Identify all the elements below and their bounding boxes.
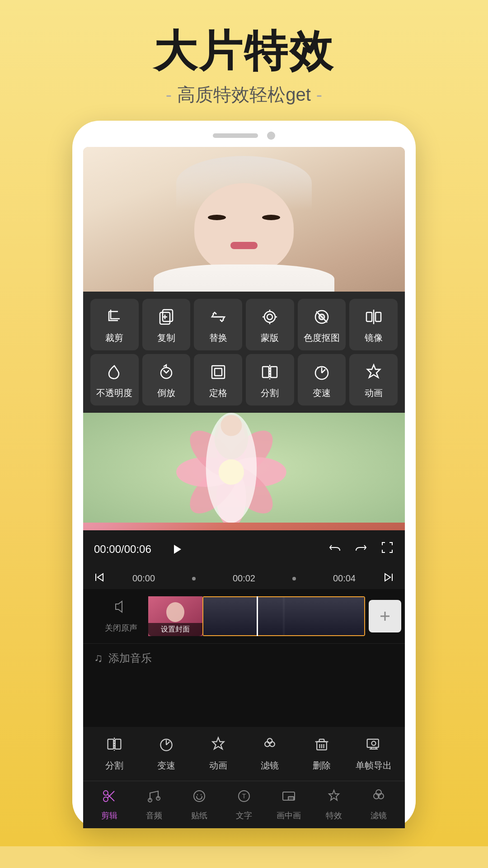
audio-off-icon bbox=[113, 599, 129, 619]
tool-blur[interactable]: 蒙版 bbox=[246, 299, 294, 350]
tool-split-label: 分割 bbox=[261, 387, 279, 399]
svg-point-4 bbox=[264, 311, 275, 322]
tool-copy-label: 复制 bbox=[157, 332, 175, 344]
tool-animate[interactable]: 动画 bbox=[349, 354, 398, 406]
svg-text:T: T bbox=[242, 793, 246, 800]
tool-crop[interactable]: 裁剪 bbox=[90, 299, 139, 350]
tool-replace-label: 替换 bbox=[209, 332, 227, 344]
speed-icon bbox=[313, 363, 331, 383]
clip-main[interactable]: 5.0s bbox=[202, 596, 365, 636]
music-icon bbox=[146, 788, 162, 807]
bottom-tool-split[interactable]: 分割 bbox=[90, 736, 139, 772]
phone-mockup: 裁剪 复制 bbox=[0, 121, 488, 828]
phone-frame: 裁剪 复制 bbox=[72, 121, 416, 828]
bottom-filter-label: 滤镜 bbox=[261, 760, 279, 772]
tool-grid: 裁剪 复制 bbox=[83, 292, 405, 413]
clip-cover-label: 设置封面 bbox=[148, 623, 202, 636]
undo-icon[interactable] bbox=[328, 541, 342, 557]
nav-effects[interactable]: 特效 bbox=[311, 788, 356, 821]
svg-rect-48 bbox=[205, 598, 253, 634]
tool-mirror[interactable]: 镜像 bbox=[349, 299, 398, 350]
nav-edit[interactable]: 剪辑 bbox=[87, 788, 131, 821]
music-note-icon: ♫ bbox=[94, 651, 103, 665]
audio-off-control[interactable]: 关闭原声 bbox=[94, 596, 148, 636]
animate-icon bbox=[365, 363, 383, 383]
svg-rect-53 bbox=[206, 599, 235, 606]
ruler-time-0: 00:00 bbox=[132, 573, 155, 584]
ruler-start-icon[interactable] bbox=[94, 572, 105, 585]
nav-audio[interactable]: 音频 bbox=[131, 788, 176, 821]
timeline-controls: 00:00/00:06 bbox=[83, 530, 405, 568]
svg-rect-47 bbox=[203, 597, 364, 635]
video-preview-bottom bbox=[83, 413, 405, 530]
nav-filters[interactable]: 滤镜 bbox=[357, 788, 401, 821]
svg-point-83 bbox=[194, 791, 205, 802]
hero-title: 大片特效 bbox=[0, 27, 488, 75]
svg-rect-19 bbox=[263, 367, 269, 377]
tool-replace[interactable]: 替换 bbox=[194, 299, 242, 350]
bottom-export-frame-label: 单帧导出 bbox=[356, 760, 392, 772]
opacity-icon bbox=[105, 363, 123, 383]
tool-speed[interactable]: 变速 bbox=[298, 354, 346, 406]
svg-marker-43 bbox=[385, 574, 390, 581]
copy-icon bbox=[157, 308, 175, 328]
scissors-icon bbox=[102, 788, 117, 807]
tool-blur-label: 蒙版 bbox=[261, 332, 279, 344]
redo-icon[interactable] bbox=[354, 541, 368, 557]
bottom-tool-delete[interactable]: 删除 bbox=[298, 736, 346, 772]
tool-chroma-label: 色度抠图 bbox=[304, 332, 340, 344]
add-music-label: 添加音乐 bbox=[108, 651, 152, 665]
tool-speed-label: 变速 bbox=[313, 387, 331, 399]
bottom-split-icon bbox=[106, 736, 122, 756]
tool-chroma[interactable]: 色度抠图 bbox=[298, 299, 346, 350]
bottom-tool-animate[interactable]: 动画 bbox=[194, 736, 242, 772]
crop-icon bbox=[105, 308, 123, 328]
ruler-end-icon[interactable] bbox=[383, 572, 394, 585]
hero-section: 大片特效 高质特效轻松get bbox=[0, 0, 488, 846]
bottom-tool-speed[interactable]: 变速 bbox=[142, 736, 191, 772]
add-music[interactable]: ♫ 添加音乐 bbox=[83, 643, 405, 673]
tool-freeze[interactable]: 定格 bbox=[194, 354, 242, 406]
bottom-speed-icon bbox=[158, 736, 174, 756]
bottom-delete-icon bbox=[314, 736, 330, 756]
svg-rect-14 bbox=[366, 312, 372, 321]
nav-sticker-label: 贴纸 bbox=[191, 810, 207, 821]
tool-crop-label: 裁剪 bbox=[105, 332, 123, 344]
tool-split[interactable]: 分割 bbox=[246, 354, 294, 406]
fullscreen-icon[interactable] bbox=[380, 541, 394, 557]
tool-animate-label: 动画 bbox=[365, 387, 383, 399]
svg-rect-72 bbox=[367, 739, 378, 747]
svg-line-80 bbox=[108, 791, 114, 798]
nav-edit-label: 剪辑 bbox=[101, 810, 117, 821]
sticker-icon bbox=[192, 788, 207, 807]
clip-cover[interactable]: 设置封面 bbox=[148, 596, 202, 636]
svg-point-5 bbox=[267, 314, 272, 320]
bottom-tool-export-frame[interactable]: 单帧导出 bbox=[349, 736, 398, 772]
time-display: 00:00/00:06 bbox=[94, 543, 151, 556]
play-button[interactable] bbox=[165, 538, 188, 561]
blur-icon bbox=[261, 308, 279, 328]
nav-sticker[interactable]: 贴纸 bbox=[177, 788, 221, 821]
ruler-marks: 00:00 00:02 00:04 bbox=[114, 573, 374, 584]
ruler-dot-2 bbox=[292, 577, 296, 580]
bottom-delete-label: 删除 bbox=[313, 760, 331, 772]
svg-rect-18 bbox=[215, 368, 222, 376]
bottom-split-label: 分割 bbox=[105, 760, 123, 772]
svg-rect-17 bbox=[212, 366, 225, 378]
svg-marker-39 bbox=[174, 545, 181, 554]
svg-marker-90 bbox=[329, 790, 339, 800]
add-clip-button[interactable] bbox=[369, 600, 401, 632]
svg-rect-50 bbox=[311, 598, 360, 634]
nav-text[interactable]: T 文字 bbox=[221, 788, 266, 821]
nav-text-label: 文字 bbox=[236, 810, 252, 821]
reverse-icon bbox=[157, 363, 175, 383]
svg-rect-51 bbox=[208, 615, 249, 618]
tool-reverse[interactable]: 倒放 bbox=[142, 354, 191, 406]
tool-copy[interactable]: 复制 bbox=[142, 299, 191, 350]
phone-notch bbox=[83, 132, 405, 140]
tool-opacity[interactable]: 不透明度 bbox=[90, 354, 139, 406]
nav-pip[interactable]: 画中画 bbox=[267, 788, 311, 821]
svg-marker-44 bbox=[116, 601, 122, 612]
svg-point-76 bbox=[371, 741, 375, 745]
bottom-tool-filter[interactable]: 滤镜 bbox=[246, 736, 294, 772]
